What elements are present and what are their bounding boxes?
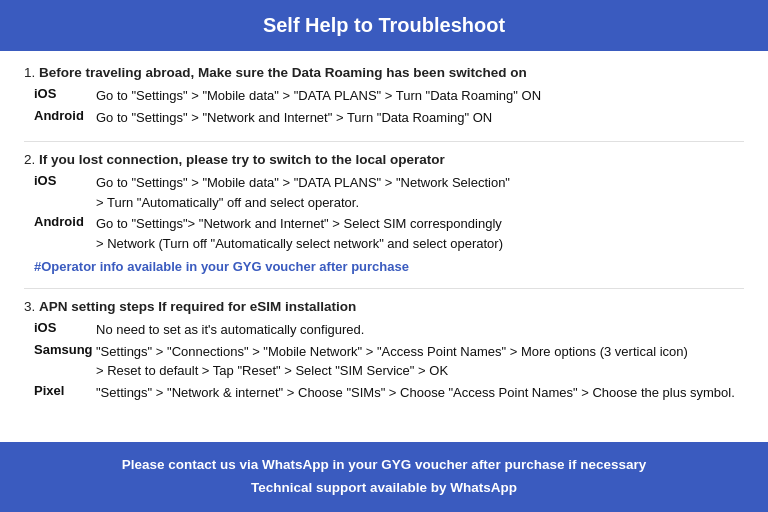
section-2: 2. If you lost connection, please try to… [24,152,744,274]
section-3: 3. APN setting steps If required for eSI… [24,299,744,402]
platform-row-1-2: AndroidGo to "Settings" > "Network and I… [24,108,744,128]
platform-label: Android [34,214,96,229]
footer: Please contact us via WhatsApp in your G… [0,442,768,512]
platform-row-3-1: iOSNo need to set as it's automatically … [24,320,744,340]
platform-label: Pixel [34,383,96,398]
platform-text: "Settings" > "Connections" > "Mobile Net… [96,342,688,381]
platform-row-3-3: Pixel"Settings" > "Network & internet" >… [24,383,744,403]
platform-text: "Settings" > "Network & internet" > Choo… [96,383,735,403]
platform-label: iOS [34,173,96,188]
platform-label: iOS [34,320,96,335]
section-3-title: 3. APN setting steps If required for eSI… [24,299,744,314]
platform-text: Go to "Settings" > "Mobile data" > "DATA… [96,173,510,212]
header: Self Help to Troubleshoot [0,0,768,51]
divider [24,288,744,289]
platform-label: Samsung [34,342,96,357]
section-1-title: 1. Before traveling abroad, Make sure th… [24,65,744,80]
platform-text: No need to set as it's automatically con… [96,320,364,340]
footer-line1: Please contact us via WhatsApp in your G… [20,454,748,477]
platform-text: Go to "Settings" > "Mobile data" > "DATA… [96,86,541,106]
platform-row-1-1: iOSGo to "Settings" > "Mobile data" > "D… [24,86,744,106]
platform-row-2-2: AndroidGo to "Settings"> "Network and In… [24,214,744,253]
platform-row-3-2: Samsung"Settings" > "Connections" > "Mob… [24,342,744,381]
section-2-title: 2. If you lost connection, please try to… [24,152,744,167]
platform-row-2-1: iOSGo to "Settings" > "Mobile data" > "D… [24,173,744,212]
highlight-text: #Operator info available in your GYG vou… [24,259,744,274]
content-area: 1. Before traveling abroad, Make sure th… [0,51,768,426]
footer-line2: Technical support available by WhatsApp [20,477,748,500]
platform-label: Android [34,108,96,123]
platform-text: Go to "Settings"> "Network and Internet"… [96,214,503,253]
divider [24,141,744,142]
platform-text: Go to "Settings" > "Network and Internet… [96,108,492,128]
platform-label: iOS [34,86,96,101]
page-title: Self Help to Troubleshoot [20,14,748,37]
section-1: 1. Before traveling abroad, Make sure th… [24,65,744,127]
